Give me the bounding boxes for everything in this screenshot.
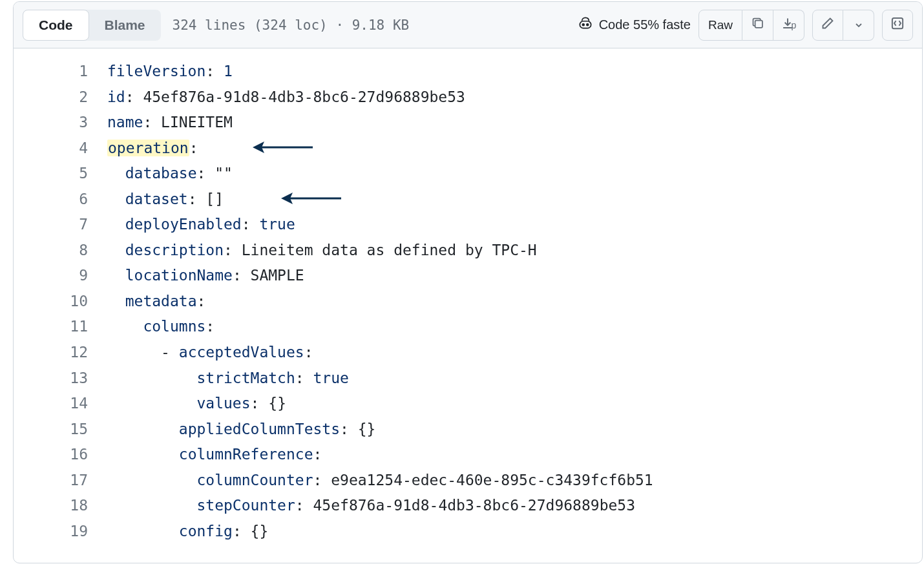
file-info-text: 324 lines (324 loc) · 9.18 KB	[173, 17, 410, 33]
file-toolbar: Code Blame 324 lines (324 loc) · 9.18 KB…	[14, 2, 922, 48]
line-number[interactable]: 16	[14, 442, 107, 468]
line-number[interactable]: 1	[14, 59, 107, 85]
code-line[interactable]: 1fileVersion: 1	[14, 59, 922, 85]
line-number[interactable]: 15	[14, 417, 107, 443]
raw-copy-download-group: Raw p	[698, 10, 804, 41]
line-number[interactable]: 17	[14, 468, 107, 494]
caret-down-icon	[855, 18, 863, 32]
clipped-letter: p	[792, 20, 797, 30]
code-content: - acceptedValues:	[107, 340, 313, 366]
code-content: name: LINEITEM	[107, 110, 233, 136]
svg-point-1	[582, 24, 584, 26]
svg-marker-8	[281, 193, 293, 204]
edit-button[interactable]	[812, 10, 843, 41]
svg-rect-0	[580, 21, 591, 28]
raw-button[interactable]: Raw	[698, 10, 742, 41]
code-content: values: {}	[107, 391, 286, 417]
edit-dropdown-button[interactable]	[843, 10, 874, 41]
code-line[interactable]: 5 database: ""	[14, 161, 922, 187]
code-content: id: 45ef876a-91d8-4db3-8bc6-27d96889be53	[107, 85, 465, 110]
code-content: dataset: []	[107, 187, 224, 213]
annotation-arrow-icon	[253, 140, 314, 155]
svg-rect-3	[755, 21, 762, 28]
line-number[interactable]: 2	[14, 85, 107, 110]
line-number[interactable]: 4	[14, 136, 107, 162]
code-line[interactable]: 8 description: Lineitem data as defined …	[14, 238, 922, 264]
code-content: locationName: SAMPLE	[107, 263, 304, 289]
tab-code[interactable]: Code	[23, 10, 89, 41]
line-number[interactable]: 19	[14, 519, 107, 545]
annotation-arrow-icon	[281, 191, 342, 206]
copilot-promo[interactable]: Code 55% faste	[577, 15, 691, 35]
code-content: config: {}	[107, 519, 268, 545]
code-content: metadata:	[107, 289, 205, 315]
code-line[interactable]: 18 stepCounter: 45ef876a-91d8-4db3-8bc6-…	[14, 493, 922, 519]
copy-button[interactable]	[742, 10, 773, 41]
svg-point-2	[586, 24, 588, 26]
code-line[interactable]: 9 locationName: SAMPLE	[14, 263, 922, 289]
line-number[interactable]: 7	[14, 212, 107, 238]
code-content: columnReference:	[107, 442, 322, 468]
line-number[interactable]: 11	[14, 314, 107, 340]
code-line[interactable]: 13 strictMatch: true	[14, 366, 922, 392]
line-number[interactable]: 14	[14, 391, 107, 417]
code-line[interactable]: 10 metadata:	[14, 289, 922, 315]
line-number[interactable]: 3	[14, 110, 107, 136]
code-content: appliedColumnTests: {}	[107, 417, 375, 443]
code-content: operation:	[107, 136, 198, 162]
code-line[interactable]: 3name: LINEITEM	[14, 110, 922, 136]
copilot-icon	[577, 15, 594, 35]
code-line[interactable]: 19 config: {}	[14, 519, 922, 545]
line-number[interactable]: 6	[14, 187, 107, 213]
code-line[interactable]: 12 - acceptedValues:	[14, 340, 922, 366]
copilot-promo-text: Code 55% faste	[599, 17, 691, 32]
file-view-panel: Code Blame 324 lines (324 loc) · 9.18 KB…	[13, 1, 923, 563]
code-content: description: Lineitem data as defined by…	[107, 238, 537, 264]
line-number[interactable]: 13	[14, 366, 107, 392]
copy-icon	[751, 17, 764, 33]
code-content: fileVersion: 1	[107, 59, 233, 85]
svg-marker-6	[253, 142, 264, 153]
view-mode-segmented: Code Blame	[23, 10, 161, 41]
line-number[interactable]: 18	[14, 493, 107, 519]
code-line[interactable]: 7 deployEnabled: true	[14, 212, 922, 238]
code-content: stepCounter: 45ef876a-91d8-4db3-8bc6-27d…	[107, 493, 635, 519]
pencil-icon	[821, 17, 834, 33]
code-content: strictMatch: true	[107, 366, 349, 392]
code-area[interactable]: 1fileVersion: 12id: 45ef876a-91d8-4db3-8…	[14, 48, 922, 544]
code-line[interactable]: 4operation:	[14, 136, 922, 162]
symbols-button[interactable]	[882, 10, 913, 41]
code-content: database: ""	[107, 161, 233, 187]
download-button[interactable]: p	[773, 10, 804, 41]
edit-group	[812, 10, 874, 41]
code-line[interactable]: 2id: 45ef876a-91d8-4db3-8bc6-27d96889be5…	[14, 85, 922, 110]
line-number[interactable]: 12	[14, 340, 107, 366]
line-number[interactable]: 8	[14, 238, 107, 264]
line-number[interactable]: 5	[14, 161, 107, 187]
symbols-icon	[891, 17, 904, 33]
line-number[interactable]: 10	[14, 289, 107, 315]
code-line[interactable]: 6 dataset: []	[14, 187, 922, 213]
code-line[interactable]: 15 appliedColumnTests: {}	[14, 417, 922, 443]
code-line[interactable]: 17 columnCounter: e9ea1254-edec-460e-895…	[14, 468, 922, 494]
code-content: deployEnabled: true	[107, 212, 295, 238]
tab-blame[interactable]: Blame	[89, 10, 161, 41]
code-content: columnCounter: e9ea1254-edec-460e-895c-c…	[107, 468, 653, 494]
line-number[interactable]: 9	[14, 263, 107, 289]
code-line[interactable]: 11 columns:	[14, 314, 922, 340]
code-line[interactable]: 14 values: {}	[14, 391, 922, 417]
code-line[interactable]: 16 columnReference:	[14, 442, 922, 468]
code-content: columns:	[107, 314, 215, 340]
